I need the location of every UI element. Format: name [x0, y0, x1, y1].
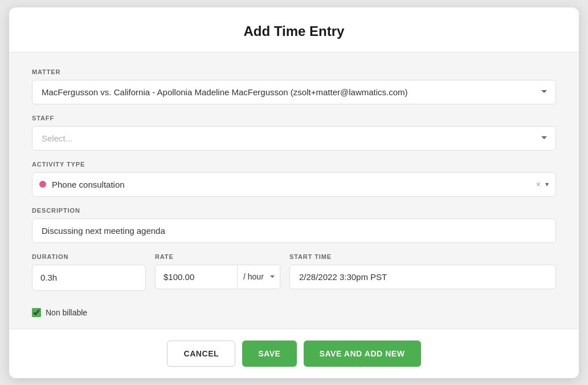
rate-unit-select[interactable]: / hour — [237, 265, 280, 288]
rate-group: RATE / hour — [155, 253, 280, 289]
non-billable-checkbox[interactable] — [32, 308, 41, 317]
cancel-button[interactable]: CANCEL — [167, 341, 235, 367]
activity-type-label: ACTIVITY TYPE — [32, 161, 556, 168]
staff-label: STAFF — [32, 115, 556, 121]
rate-label: RATE — [155, 253, 280, 260]
matter-group: MATTER MacFergusson vs. California - Apo… — [32, 68, 556, 104]
modal-title: Add Time Entry — [32, 23, 556, 39]
staff-select[interactable]: Select... — [32, 126, 556, 151]
duration-input[interactable] — [32, 266, 146, 289]
non-billable-label: Non billable — [46, 308, 87, 317]
duration-input-wrapper: ▲ ▼ — [32, 265, 146, 291]
save-and-add-new-button[interactable]: SAVE AND ADD NEW — [304, 341, 421, 367]
activity-type-wrapper[interactable]: Phone consultation × ▾ — [32, 172, 556, 197]
description-group: DESCRIPTION — [32, 207, 556, 243]
rate-input-wrapper: / hour — [155, 265, 280, 289]
activity-chevron-icon[interactable]: ▾ — [545, 180, 549, 188]
activity-dot — [39, 181, 46, 188]
modal-body: MATTER MacFergusson vs. California - Apo… — [9, 52, 579, 329]
duration-label: DURATION — [32, 253, 146, 260]
description-label: DESCRIPTION — [32, 207, 556, 214]
duration-group: DURATION ▲ ▼ — [32, 253, 146, 291]
start-time-label: START TIME — [289, 253, 556, 260]
matter-select[interactable]: MacFergusson vs. California - Apollonia … — [32, 80, 556, 104]
start-time-group: START TIME — [289, 253, 556, 289]
save-button[interactable]: SAVE — [242, 341, 296, 367]
start-time-input[interactable] — [289, 265, 556, 289]
staff-group: STAFF Select... — [32, 115, 556, 151]
modal-header: Add Time Entry — [9, 7, 579, 52]
non-billable-row: Non billable — [32, 308, 556, 317]
modal-footer: CANCEL SAVE SAVE AND ADD NEW — [9, 329, 579, 378]
activity-clear-icon[interactable]: × — [536, 180, 541, 189]
activity-type-value: Phone consultation — [52, 173, 536, 196]
description-input[interactable] — [32, 218, 556, 243]
add-time-entry-modal: Add Time Entry MATTER MacFergusson vs. C… — [9, 7, 579, 378]
activity-type-group: ACTIVITY TYPE Phone consultation × ▾ — [32, 161, 556, 197]
row-group: DURATION ▲ ▼ RATE / hour — [32, 253, 556, 301]
rate-input[interactable] — [156, 265, 237, 289]
matter-label: MATTER — [32, 68, 556, 75]
